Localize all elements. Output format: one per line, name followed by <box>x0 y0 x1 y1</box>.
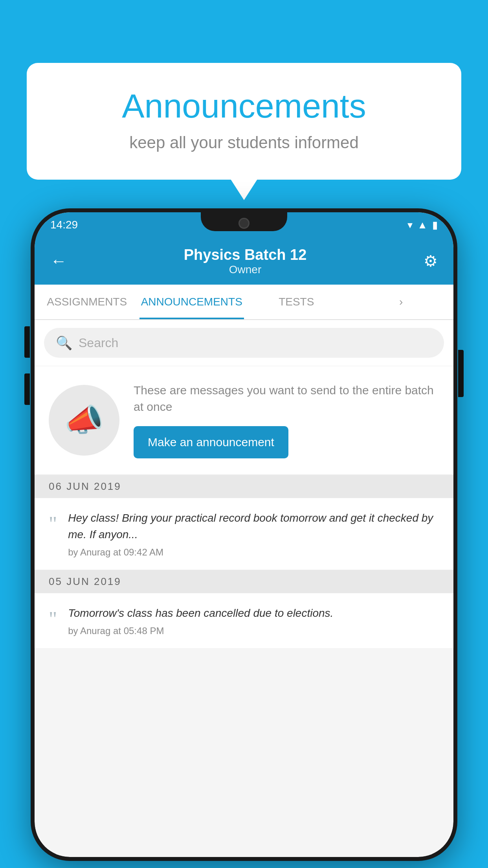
tab-more[interactable]: › <box>349 285 454 319</box>
signal-icon: ▲ <box>417 219 427 231</box>
tabs: ASSIGNMENTS ANNOUNCEMENTS TESTS › <box>35 285 453 320</box>
status-time: 14:29 <box>50 219 78 231</box>
date-separator-1: 06 JUN 2019 <box>35 475 453 498</box>
announcement-item-1[interactable]: " Hey class! Bring your practical record… <box>35 498 453 570</box>
notch <box>201 212 287 231</box>
speech-bubble-subtitle: keep all your students informed <box>58 133 430 152</box>
announcement-description: These are messages you want to send to t… <box>134 382 439 415</box>
search-icon: 🔍 <box>56 335 72 351</box>
volume-up-button[interactable] <box>24 326 30 358</box>
date-separator-2: 05 JUN 2019 <box>35 570 453 593</box>
make-announcement-button[interactable]: Make an announcement <box>134 426 288 458</box>
announcement-meta-1: by Anurag at 09:42 AM <box>68 547 439 558</box>
announcement-content-1: Hey class! Bring your practical record b… <box>68 510 439 558</box>
quote-icon-2: " <box>49 607 57 631</box>
camera <box>238 218 250 229</box>
announcement-icon-circle: 📣 <box>49 385 119 456</box>
announcement-prompt: 📣 These are messages you want to send to… <box>35 366 453 474</box>
tab-tests[interactable]: TESTS <box>244 285 349 319</box>
quote-icon-1: " <box>49 512 57 535</box>
volume-down-button[interactable] <box>24 373 30 405</box>
power-button[interactable] <box>458 350 464 397</box>
screen: 14:29 ▾ ▲ ▮ ← Physics Batch 12 Owner ⚙ A… <box>35 212 453 857</box>
search-bar: 🔍 Search <box>35 320 453 366</box>
wifi-icon: ▾ <box>407 219 413 231</box>
status-icons: ▾ ▲ ▮ <box>407 219 438 231</box>
announcement-content-2: Tomorrow's class has been cancelled due … <box>68 605 439 636</box>
settings-button[interactable]: ⚙ <box>420 248 442 274</box>
speech-bubble-section: Announcements keep all your students inf… <box>27 63 461 180</box>
app-bar-subtitle: Owner <box>71 263 420 276</box>
back-button[interactable]: ← <box>46 248 71 274</box>
announcement-item-2[interactable]: " Tomorrow's class has been cancelled du… <box>35 593 453 649</box>
speech-bubble-title: Announcements <box>58 86 430 125</box>
search-input[interactable]: Search <box>79 336 118 350</box>
app-bar-title: Physics Batch 12 <box>71 246 420 263</box>
app-bar: ← Physics Batch 12 Owner ⚙ <box>35 237 453 285</box>
phone-inner: 14:29 ▾ ▲ ▮ ← Physics Batch 12 Owner ⚙ A… <box>35 212 453 857</box>
megaphone-icon: 📣 <box>64 402 104 439</box>
phone-frame: 14:29 ▾ ▲ ▮ ← Physics Batch 12 Owner ⚙ A… <box>31 208 457 861</box>
announcement-text-1: Hey class! Bring your practical record b… <box>68 510 439 543</box>
announcement-text-section: These are messages you want to send to t… <box>134 382 439 458</box>
app-bar-title-section: Physics Batch 12 Owner <box>71 246 420 276</box>
tab-assignments[interactable]: ASSIGNMENTS <box>35 285 139 319</box>
battery-icon: ▮ <box>432 219 438 231</box>
announcement-text-2: Tomorrow's class has been cancelled due … <box>68 605 439 622</box>
search-input-wrap[interactable]: 🔍 Search <box>44 328 444 358</box>
announcement-meta-2: by Anurag at 05:48 PM <box>68 625 439 636</box>
speech-bubble: Announcements keep all your students inf… <box>27 63 461 180</box>
tab-announcements[interactable]: ANNOUNCEMENTS <box>139 285 244 319</box>
